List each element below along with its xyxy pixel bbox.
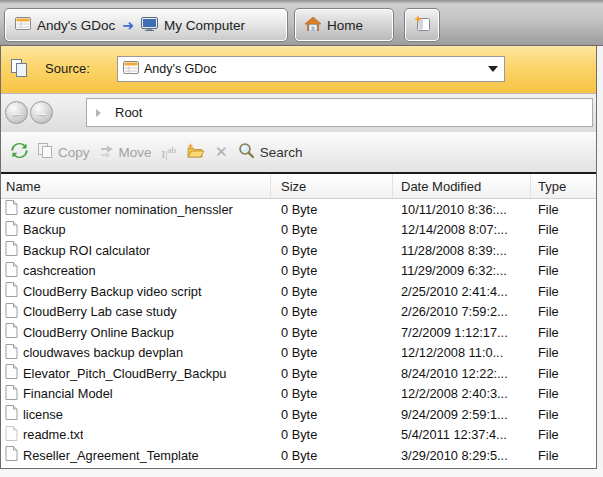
table-row[interactable]: CloudBerry Online Backup 0 Byte 7/2/2009… (1, 322, 596, 343)
content-panel: Source: Andy's GDoc ← → Root (0, 46, 597, 469)
document-icon (5, 323, 18, 341)
column-header-name[interactable]: Name (1, 174, 271, 198)
connection-source-label: Andy's GDoc (37, 18, 115, 33)
column-header-size[interactable]: Size (271, 174, 393, 198)
document-icon (5, 364, 18, 382)
connection-target-label: My Computer (164, 18, 245, 33)
table-row[interactable]: license 0 Byte 9/24/2009 2:59:1... File (1, 404, 596, 425)
copy-button-label: Copy (58, 145, 90, 160)
new-folder-icon (186, 143, 205, 162)
gdoc-spreadsheet-icon (123, 61, 139, 77)
delete-button[interactable]: ✕ (210, 140, 233, 164)
tab-connection[interactable]: Andy's GDoc ➜ My Computer (4, 8, 288, 42)
table-row[interactable]: Backup ROI calculator 0 Byte 11/28/2008 … (1, 240, 596, 261)
move-button[interactable]: Move (95, 141, 157, 164)
move-button-label: Move (119, 145, 152, 160)
breadcrumb-bar[interactable]: Root (86, 98, 593, 127)
document-icon (5, 221, 18, 239)
table-row[interactable]: Elevator_Pitch_CloudBerry_Backpu 0 Byte … (1, 363, 596, 384)
document-icon (5, 446, 18, 464)
refresh-button[interactable] (6, 139, 33, 165)
file-list: azure customer nomination_henssler 0 Byt… (1, 199, 596, 466)
source-dropdown-value: Andy's GDoc (144, 62, 488, 76)
chevron-right-icon (96, 109, 101, 117)
table-row[interactable]: cloudwaves backup devplan 0 Byte 12/12/2… (1, 343, 596, 364)
table-row[interactable]: Financial Model 0 Byte 12/2/2008 2:40:3.… (1, 384, 596, 405)
navigation-row: ← → Root (1, 94, 596, 132)
document-icon (5, 200, 18, 218)
search-icon (238, 142, 255, 162)
rename-icon: I|ab (162, 145, 177, 160)
rename-button[interactable]: I|ab (157, 142, 182, 163)
home-icon (305, 17, 321, 34)
table-row[interactable]: cashcreation 0 Byte 11/29/2009 6:32:... … (1, 261, 596, 282)
source-panel: Source: Andy's GDoc (1, 46, 596, 94)
computer-icon (141, 17, 158, 34)
column-header-type[interactable]: Type (531, 174, 596, 198)
transfer-arrow-icon: ➜ (122, 17, 134, 33)
delete-icon: ✕ (215, 143, 228, 161)
breadcrumb-path: Root (115, 105, 142, 120)
window-bottom-edge (0, 470, 603, 477)
new-folder-button[interactable] (181, 140, 210, 165)
table-row[interactable]: azure customer nomination_henssler 0 Byt… (1, 199, 596, 220)
forward-arrow-icon: → (35, 105, 48, 120)
document-icon (5, 262, 18, 280)
search-button-label: Search (260, 145, 303, 160)
column-header-date-modified[interactable]: Date Modified (393, 174, 531, 198)
app-window: Andy's GDoc ➜ My Computer Home Sourc (0, 0, 603, 477)
copy-button[interactable]: Copy (33, 140, 95, 165)
document-icon (5, 303, 18, 321)
document-icon (5, 385, 18, 403)
toolbar: Copy Move I|ab ✕ (1, 132, 596, 172)
source-dropdown[interactable]: Andy's GDoc (117, 56, 505, 82)
tab-bar: Andy's GDoc ➜ My Computer Home (0, 0, 603, 46)
tab-home[interactable]: Home (294, 8, 394, 42)
table-row[interactable]: readme.txt 0 Byte 5/4/2011 12:37:4... Fi… (1, 425, 596, 446)
document-icon (5, 405, 18, 423)
search-button[interactable]: Search (233, 139, 308, 165)
dropdown-caret-icon (488, 66, 498, 72)
copy-icon (38, 143, 53, 162)
table-row[interactable]: CloudBerry Lab case study 0 Byte 2/26/20… (1, 302, 596, 323)
table-row[interactable]: Backup 0 Byte 12/14/2008 8:07:... File (1, 220, 596, 241)
table-row[interactable]: Reseller_Agreement_Template 0 Byte 3/29/… (1, 445, 596, 466)
move-icon (100, 144, 114, 161)
refresh-icon (11, 142, 28, 162)
document-icon (5, 282, 18, 300)
new-tab-icon (413, 15, 431, 35)
text-file-icon (5, 426, 18, 444)
new-tab-button[interactable] (404, 8, 440, 42)
copy-pages-icon (11, 59, 28, 82)
back-button[interactable]: ← (5, 101, 28, 124)
back-arrow-icon: ← (10, 105, 23, 120)
home-tab-label: Home (327, 18, 363, 33)
gdoc-spreadsheet-icon (15, 17, 31, 33)
table-row[interactable]: CloudBerry Backup video script 0 Byte 2/… (1, 281, 596, 302)
forward-button[interactable]: → (30, 101, 53, 124)
document-icon (5, 344, 18, 362)
file-grid: Name Size Date Modified Type azure custo… (1, 172, 596, 466)
grid-header: Name Size Date Modified Type (1, 172, 596, 199)
document-icon (5, 241, 18, 259)
source-label: Source: (45, 61, 90, 76)
